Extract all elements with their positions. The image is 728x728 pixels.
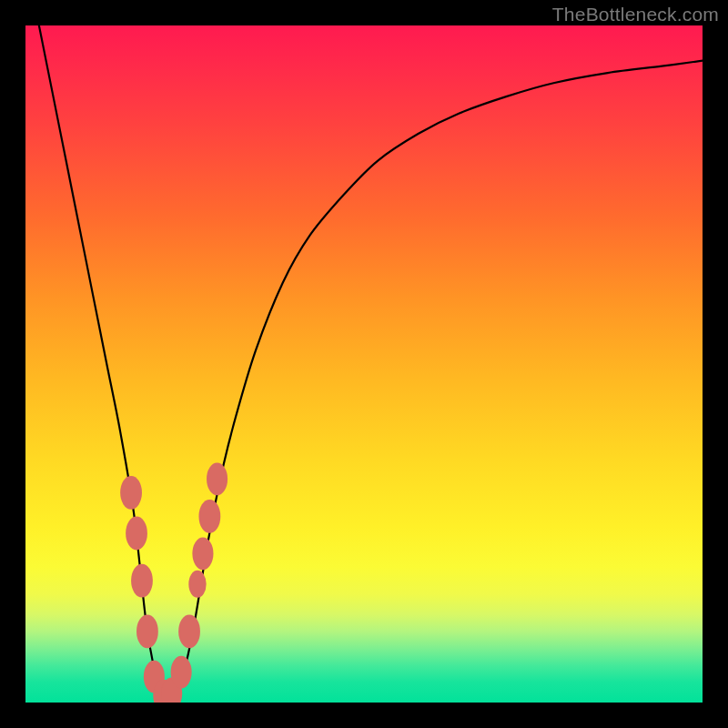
- data-marker: [188, 571, 206, 598]
- data-marker: [198, 500, 220, 533]
- data-marker: [192, 537, 213, 570]
- data-marker: [126, 517, 147, 551]
- data-marker: [171, 656, 192, 689]
- plot-area: [25, 25, 703, 703]
- data-marker: [131, 564, 153, 598]
- curve-layer: [25, 25, 703, 703]
- data-marker: [120, 476, 142, 510]
- data-marker: [207, 463, 228, 496]
- data-marker: [136, 614, 158, 648]
- watermark-text: TheBottleneck.com: [552, 4, 719, 25]
- chart-frame: TheBottleneck.com: [0, 0, 728, 728]
- data-markers: [120, 463, 228, 703]
- data-marker: [178, 614, 200, 648]
